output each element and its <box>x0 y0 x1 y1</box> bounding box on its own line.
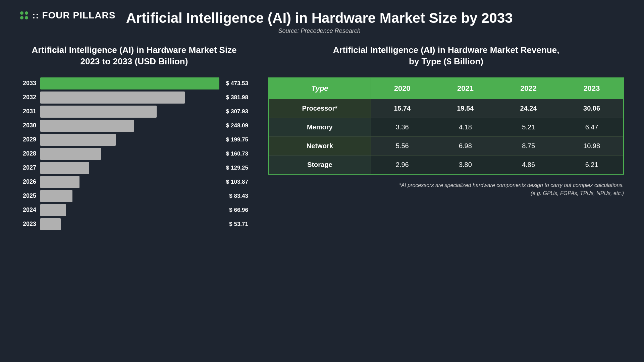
bar-year-label: 2029 <box>20 136 36 143</box>
bar-year-label: 2028 <box>20 150 36 157</box>
col-type: Type <box>269 78 371 99</box>
table-header-row: Type 2020 2021 2022 2023 <box>269 78 624 99</box>
bar-value-label: $ 307.93 <box>226 108 248 115</box>
bar-track <box>40 134 219 146</box>
bar-track <box>40 162 219 174</box>
bar-year-label: 2031 <box>20 108 36 115</box>
bar-chart: 2033$ 473.532032$ 381.982031$ 307.932030… <box>20 77 248 352</box>
table-cell-value: 3.80 <box>434 155 497 174</box>
bar-year-label: 2026 <box>20 178 36 185</box>
bar-value-label: $ 66.96 <box>229 207 248 214</box>
bar-row: 2033$ 473.53 <box>20 77 248 89</box>
data-table: Type 2020 2021 2022 2023 Processor*15.74… <box>268 77 624 175</box>
table-cell-value: 5.21 <box>497 118 560 136</box>
table-title: Artificial Intelligence (AI) in Hardware… <box>268 45 624 67</box>
table-cell-value: 5.56 <box>371 136 434 155</box>
bar-track <box>40 77 219 89</box>
chart-section: Artificial Intelligence (AI) in Hardware… <box>20 45 248 352</box>
bar-fill <box>40 176 79 188</box>
table-cell-value: 8.75 <box>497 136 560 155</box>
table-cell-value: 3.36 <box>371 118 434 136</box>
table-cell-value: 4.86 <box>497 155 560 174</box>
bar-row: 2025$ 83.43 <box>20 190 248 202</box>
footnote-line1: *AI processors are specialized hardware … <box>399 182 624 188</box>
chart-title: Artificial Intelligence (AI) in Hardware… <box>20 45 248 67</box>
bar-year-label: 2033 <box>20 80 36 87</box>
bar-track <box>40 218 222 230</box>
table-cell-value: 6.47 <box>560 118 624 136</box>
table-section: Artificial Intelligence (AI) in Hardware… <box>268 45 624 352</box>
bar-value-label: $ 53.71 <box>229 221 248 228</box>
bar-track <box>40 148 219 160</box>
bar-row: 2023$ 53.71 <box>20 218 248 230</box>
bar-year-label: 2025 <box>20 192 36 199</box>
col-2020: 2020 <box>371 78 434 99</box>
table-cell-value: 6.98 <box>434 136 497 155</box>
bar-year-label: 2023 <box>20 221 36 228</box>
page-container: :: FOUR PILLARS Artificial Intelligence … <box>0 0 644 362</box>
bar-row: 2029$ 199.75 <box>20 134 248 146</box>
bar-track <box>40 106 219 118</box>
header: :: FOUR PILLARS Artificial Intelligence … <box>20 10 624 35</box>
table-cell-type: Processor* <box>269 99 371 118</box>
bar-fill <box>40 92 185 104</box>
table-cell-type: Storage <box>269 155 371 174</box>
footnote-line2: (e.g. GPUs, FGPAs, TPUs, NPUs, etc.) <box>531 190 624 196</box>
bar-track <box>40 190 222 202</box>
table-cell-value: 6.21 <box>560 155 624 174</box>
table-cell-value: 4.18 <box>434 118 497 136</box>
table-cell-value: 30.06 <box>560 99 624 118</box>
bar-fill <box>40 218 61 230</box>
bar-fill <box>40 134 116 146</box>
table-cell-type: Memory <box>269 118 371 136</box>
bar-value-label: $ 103.87 <box>226 179 248 185</box>
col-2021: 2021 <box>434 78 497 99</box>
logo-dot-4 <box>25 16 28 19</box>
content-area: Artificial Intelligence (AI) in Hardware… <box>20 45 624 352</box>
bar-value-label: $ 473.53 <box>226 80 248 87</box>
bar-year-label: 2027 <box>20 164 36 171</box>
bar-fill <box>40 190 72 202</box>
bar-fill <box>40 106 157 118</box>
bar-value-label: $ 381.98 <box>226 94 248 101</box>
bar-fill <box>40 204 66 216</box>
bar-value-label: $ 160.73 <box>226 150 248 157</box>
logo-text: :: FOUR PILLARS <box>32 10 115 21</box>
bar-row: 2026$ 103.87 <box>20 176 248 188</box>
table-row: Memory3.364.185.216.47 <box>269 118 624 136</box>
table-cell-value: 2.96 <box>371 155 434 174</box>
col-2022: 2022 <box>497 78 560 99</box>
source-text: Source: Precedence Research <box>115 27 523 35</box>
table-cell-value: 19.54 <box>434 99 497 118</box>
bar-track <box>40 92 219 104</box>
header-title-area: Artificial Intelligence (AI) in Hardware… <box>115 10 523 35</box>
table-row: Processor*15.7419.5424.2430.06 <box>269 99 624 118</box>
bar-row: 2028$ 160.73 <box>20 148 248 160</box>
main-title: Artificial Intelligence (AI) in Hardware… <box>115 10 523 26</box>
table-row: Network5.566.988.7510.98 <box>269 136 624 155</box>
bar-row: 2030$ 248.09 <box>20 120 248 132</box>
footnote: *AI processors are specialized hardware … <box>268 181 624 197</box>
table-cell-value: 24.24 <box>497 99 560 118</box>
bar-row: 2024$ 66.96 <box>20 204 248 216</box>
bar-row: 2032$ 381.98 <box>20 92 248 104</box>
bar-fill <box>40 77 219 89</box>
bar-fill <box>40 120 134 132</box>
bar-fill <box>40 148 101 160</box>
logo-dot-1 <box>20 11 23 15</box>
logo-dots-icon <box>20 11 28 19</box>
table-cell-value: 10.98 <box>560 136 624 155</box>
bar-fill <box>40 162 89 174</box>
table-row: Storage2.963.804.866.21 <box>269 155 624 174</box>
bar-track <box>40 120 219 132</box>
logo-dot-2 <box>25 11 28 15</box>
table-cell-type: Network <box>269 136 371 155</box>
bar-row: 2027$ 129.25 <box>20 162 248 174</box>
bar-value-label: $ 129.25 <box>226 165 248 171</box>
col-2023: 2023 <box>560 78 624 99</box>
bar-track <box>40 176 219 188</box>
bar-value-label: $ 199.75 <box>226 136 248 143</box>
logo-dot-3 <box>20 16 23 19</box>
bar-year-label: 2024 <box>20 206 36 214</box>
bar-value-label: $ 248.09 <box>226 122 248 129</box>
